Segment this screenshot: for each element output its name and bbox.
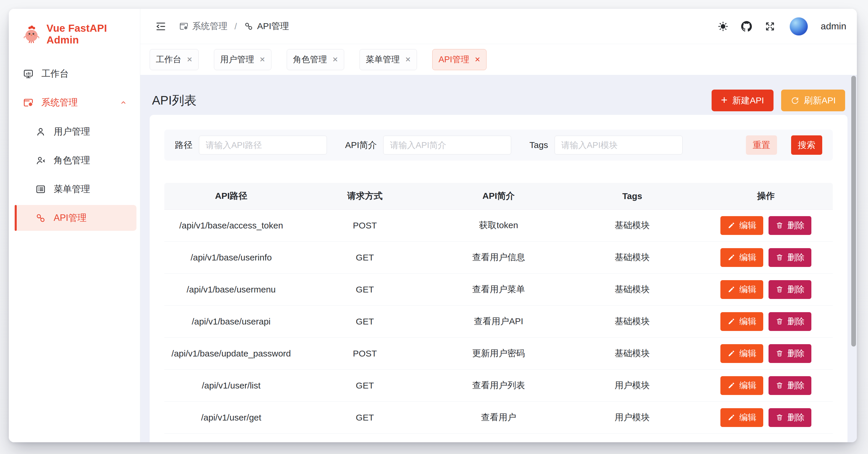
tab[interactable]: 工作台 ✕ [150,49,199,70]
pencil-icon [727,253,735,261]
content-column: 系统管理 / API管理 [140,9,857,442]
delete-button[interactable]: 删除 [769,376,811,395]
delete-button-label: 删除 [787,220,804,231]
delete-button-label: 删除 [787,348,804,360]
tab-close-icon[interactable]: ✕ [474,56,480,64]
tags-cell: 基础模块 [565,274,699,305]
tab[interactable]: API管理 ✕ [432,49,487,70]
edit-button[interactable]: 编辑 [720,248,763,267]
edit-button[interactable]: 编辑 [720,344,763,363]
github-icon[interactable] [741,21,752,32]
edit-button-label: 编辑 [739,348,756,360]
delete-button[interactable]: 删除 [769,248,811,267]
app-title: Vue FastAPI Admin [46,22,140,46]
create-api-button[interactable]: + 新建API [712,90,774,111]
trash-icon [776,381,783,389]
sidebar-item-label: 菜单管理 [54,183,90,195]
tags-cell: 基础模块 [565,209,699,242]
summary-cell: 获取token [432,209,565,242]
vertical-scrollbar-thumb[interactable] [851,76,856,346]
breadcrumb-current-label: API管理 [257,20,289,32]
refresh-api-button[interactable]: 刷新API [781,90,845,111]
tags-cell: 基础模块 [565,305,699,337]
actions-cell: 编辑 删除 [699,401,833,433]
username-label[interactable]: admin [821,21,846,32]
sidebar: Vue FastAPI Admin 工作台 [9,9,140,442]
sidebar-item-system[interactable]: 系统管理 [15,90,136,115]
path-filter-input[interactable] [199,136,327,154]
sidebar-item-api[interactable]: API管理 [15,205,136,231]
method-cell: GET [298,369,432,401]
method-cell: POST [298,337,432,369]
sidebar-collapse-icon[interactable] [155,21,167,32]
edit-button[interactable]: 编辑 [720,408,763,427]
search-button[interactable]: 搜索 [791,135,822,155]
table-body: /api/v1/base/access_token POST 获取token 基… [164,209,833,433]
delete-button[interactable]: 删除 [769,344,811,363]
tab-label: 菜单管理 [366,54,400,65]
edit-button[interactable]: 编辑 [720,280,763,299]
delete-button[interactable]: 删除 [769,312,811,331]
column-actions: 操作 [699,183,833,209]
summary-cell: 查看用户 [432,401,565,433]
row-actions: 编辑 删除 [699,248,833,267]
table-row: /api/v1/base/userapi GET 查看用户API 基础模块 编辑 [164,305,833,337]
pencil-icon [727,414,735,421]
api-list-card: 路径 API简介 Tags 重置 搜索 [150,115,847,442]
summary-cell: 更新用户密码 [432,337,565,369]
breadcrumb-parent[interactable]: 系统管理 [179,20,227,32]
edit-button-label: 编辑 [739,252,756,263]
user-avatar[interactable] [789,17,808,35]
delete-button-label: 删除 [787,284,804,295]
tab-close-icon[interactable]: ✕ [332,56,338,64]
row-actions: 编辑 删除 [699,312,833,331]
top-bar: 系统管理 / API管理 [140,9,857,44]
tab-close-icon[interactable]: ✕ [259,56,265,64]
tags-cell: 用户模块 [565,401,699,433]
edit-button[interactable]: 编辑 [720,312,763,331]
delete-button[interactable]: 删除 [769,216,811,235]
page-title: API列表 [152,92,196,109]
column-api-path: API路径 [164,183,298,209]
actions-cell: 编辑 删除 [699,337,833,369]
summary-cell: 查看用户信息 [432,242,565,274]
filter-bar: 路径 API简介 Tags 重置 搜索 [164,130,833,161]
system-settings-icon [179,22,189,31]
sidebar-menu: 工作台 系统管理 [9,61,140,231]
summary-filter-input[interactable] [383,136,511,154]
api-path-cell: /api/v1/base/update_password [164,337,298,369]
delete-button[interactable]: 删除 [769,280,811,299]
tab[interactable]: 菜单管理 ✕ [360,49,417,70]
theme-toggle-icon[interactable] [717,21,728,32]
actions-cell: 编辑 删除 [699,209,833,242]
tab-label: API管理 [438,54,469,65]
edit-button-label: 编辑 [739,412,756,423]
edit-button[interactable]: 编辑 [720,216,763,235]
trash-icon [776,414,783,421]
tab-close-icon[interactable]: ✕ [405,56,411,64]
sidebar-item-users[interactable]: 用户管理 [15,119,136,144]
edit-button[interactable]: 编辑 [720,376,763,395]
delete-button[interactable]: 删除 [769,408,811,427]
main-content: API列表 + 新建API 刷新API [140,75,857,442]
tab[interactable]: 用户管理 ✕ [214,49,272,70]
sidebar-item-workbench[interactable]: 工作台 [15,61,136,86]
breadcrumb-parent-label: 系统管理 [192,20,227,32]
sidebar-item-menus[interactable]: 菜单管理 [15,176,136,202]
sidebar-submenu: 用户管理 角色管理 [15,119,136,231]
pencil-icon [727,317,735,325]
tab-close-icon[interactable]: ✕ [187,56,192,64]
sidebar-item-label: 角色管理 [54,154,90,167]
table-row: /api/v1/base/access_token POST 获取token 基… [164,209,833,242]
table-row: /api/v1/user/list GET 查看用户列表 用户模块 编辑 [164,369,833,401]
sidebar-item-roles[interactable]: 角色管理 [15,147,136,173]
actions-cell: 编辑 删除 [699,369,833,401]
pencil-icon [727,285,735,293]
tab-bar: 工作台 ✕ 用户管理 ✕ 角色管理 ✕ 菜单管理 ✕ API管理 ✕ [140,44,857,75]
chevron-up-icon [118,98,129,107]
fullscreen-icon[interactable] [765,21,776,32]
tab[interactable]: 角色管理 ✕ [287,49,344,70]
page-header: API列表 + 新建API 刷新API [150,75,847,115]
reset-button[interactable]: 重置 [746,135,777,155]
tags-filter-input[interactable] [555,136,683,154]
